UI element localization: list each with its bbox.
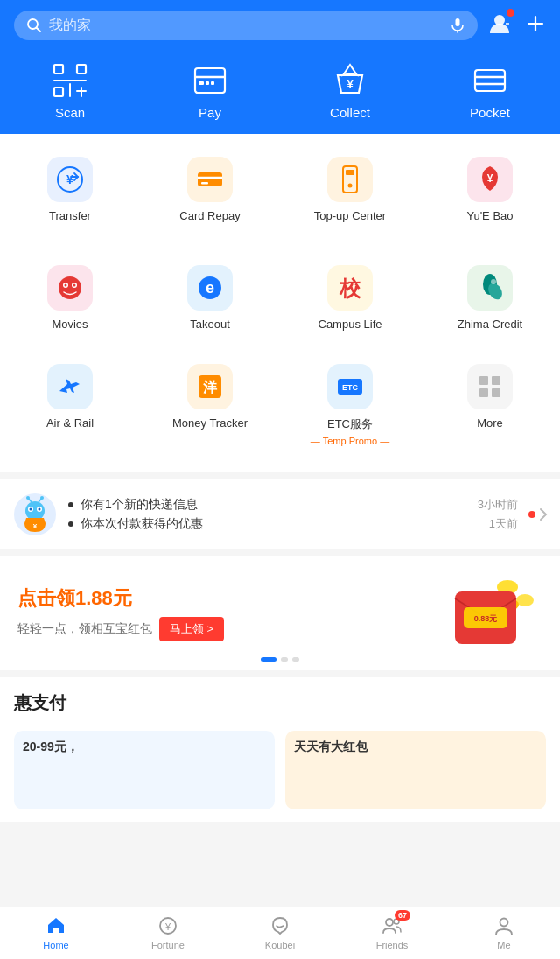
nav-koubei[interactable]: Koubei [224, 914, 336, 950]
svg-rect-30 [346, 170, 354, 175]
svg-text:ETC: ETC [342, 383, 359, 392]
svg-point-73 [500, 919, 508, 927]
svg-text:¥: ¥ [33, 522, 38, 530]
bottom-card-1[interactable]: 天天有大红包 [285, 731, 546, 809]
search-input[interactable] [49, 18, 443, 33]
notif-right[interactable] [528, 508, 548, 522]
nav-me[interactable]: Me [448, 914, 560, 950]
dot-active [261, 657, 276, 662]
friends-badge: 67 [395, 910, 410, 920]
etc-icon: ETC [335, 372, 365, 402]
plus-icon [525, 13, 546, 34]
grid-moneytracker[interactable]: 洋 Money Tracker [140, 355, 280, 458]
grid-transfer[interactable]: ¥ Transfer [0, 148, 140, 234]
notif-time-1: 1天前 [489, 516, 518, 532]
grid-more[interactable]: More [420, 355, 560, 458]
notif-text-0: 你有1个新的快递信息 [80, 497, 471, 513]
svg-point-60 [26, 496, 30, 500]
grid-topup[interactable]: Top-up Center [280, 148, 420, 234]
nav-friends[interactable]: 67 Friends [336, 914, 448, 950]
grid-takeout[interactable]: e Takeout [140, 256, 280, 343]
fortune-icon: ¥ [157, 914, 179, 937]
friends-label: Friends [376, 940, 409, 950]
svg-text:e: e [206, 279, 214, 297]
promo-amount: 1.88元 [75, 587, 132, 609]
movies-label: Movies [52, 318, 88, 331]
koubei-icon [269, 914, 291, 937]
grid-campus[interactable]: 校 Campus Life [280, 256, 420, 343]
pay-label: Pay [199, 105, 221, 120]
promo-title: 点击领1.88元 [18, 585, 429, 612]
dot-2 [281, 657, 288, 662]
airrail-icon [55, 372, 85, 402]
section-title: 惠支付 [0, 677, 560, 722]
notif-text-1: 你本次付款获得的优惠 [80, 516, 482, 532]
fortune-label: Fortune [151, 940, 185, 950]
campus-label: Campus Life [318, 318, 382, 331]
svg-text:校: 校 [339, 276, 361, 300]
notif-item-1: 你本次付款获得的优惠 1天前 [68, 514, 518, 534]
more-icon [475, 372, 505, 402]
svg-rect-50 [480, 388, 488, 397]
etc-label: ETC服务 [327, 416, 373, 432]
notifications-list: 你有1个新的快递信息 3小时前 你本次付款获得的优惠 1天前 [68, 495, 518, 534]
notification-card[interactable]: ¥ 你有1个新的快递信息 3小时前 你本次付款获得的优惠 1天前 [0, 480, 560, 550]
notif-item-0: 你有1个新的快递信息 3小时前 [68, 495, 518, 514]
nav-scan[interactable]: Scan [0, 61, 140, 120]
collect-icon: ¥ [331, 61, 369, 100]
bottom-card-0[interactable]: 20-99元， [14, 731, 275, 809]
promo-button[interactable]: 马上领 > [159, 617, 224, 641]
transfer-label: Transfer [49, 209, 91, 222]
moneytracker-icon: 洋 [195, 372, 225, 402]
svg-point-56 [30, 508, 32, 511]
svg-rect-9 [77, 65, 86, 74]
chevron-right-icon [539, 508, 548, 522]
card-repay-label: Card Repay [179, 209, 240, 222]
red-envelope-svg: 0.88元 [429, 574, 542, 653]
unread-dot [528, 511, 536, 518]
svg-text:0.88元: 0.88元 [474, 614, 498, 623]
grid-card-repay[interactable]: Card Repay [140, 148, 280, 234]
grid-yuebao[interactable]: ¥ Yu'E Bao [420, 148, 560, 234]
transfer-icon: ¥ [55, 164, 85, 194]
svg-line-1 [37, 28, 41, 32]
svg-point-53 [25, 501, 45, 521]
promo-image: 0.88元 [429, 574, 542, 653]
nav-fortune[interactable]: ¥ Fortune [112, 914, 224, 950]
grid-etc[interactable]: ETC ETC服务 — Temp Promo — [280, 355, 420, 458]
svg-rect-48 [480, 376, 488, 385]
me-label: Me [497, 940, 510, 950]
svg-rect-2 [456, 18, 460, 26]
ant-mascot-icon: ¥ [12, 492, 58, 537]
header [0, 0, 560, 51]
moneytracker-label: Money Tracker [172, 416, 248, 430]
svg-rect-10 [54, 88, 63, 96]
avatar-button[interactable] [486, 10, 513, 40]
svg-point-61 [40, 496, 44, 500]
scan-label: Scan [55, 105, 85, 120]
icon-grid-row1: ¥ Transfer Card Repay Top-up Center [0, 134, 560, 242]
add-button[interactable] [525, 13, 546, 38]
nav-pay[interactable]: Pay [140, 61, 280, 120]
grid-zhima[interactable]: Zhima Credit [420, 256, 560, 343]
grid-movies[interactable]: Movies [0, 256, 140, 343]
etc-promo: — Temp Promo — [311, 436, 389, 446]
svg-rect-17 [199, 81, 204, 85]
svg-text:洋: 洋 [203, 380, 218, 395]
card-repay-icon [195, 164, 225, 194]
more-label: More [477, 416, 503, 430]
nav-pocket[interactable]: Pocket [420, 61, 560, 120]
collect-label: Collect [330, 105, 370, 120]
koubei-label: Koubei [265, 940, 295, 950]
nav-home[interactable]: Home [0, 914, 112, 950]
grid-airrail[interactable]: Air & Rail [0, 355, 140, 458]
yuebao-label: Yu'E Bao [466, 209, 513, 222]
dots-indicator [261, 657, 299, 662]
svg-rect-15 [195, 68, 225, 93]
search-bar[interactable] [14, 10, 478, 40]
svg-text:¥: ¥ [164, 921, 172, 932]
promo-banner[interactable]: 点击领1.88元 轻轻一点，领相互宝红包 马上领 > 0.88元 [0, 556, 560, 670]
svg-rect-21 [475, 70, 505, 91]
svg-text:¥: ¥ [66, 172, 74, 186]
nav-collect[interactable]: ¥ Collect [280, 61, 420, 120]
